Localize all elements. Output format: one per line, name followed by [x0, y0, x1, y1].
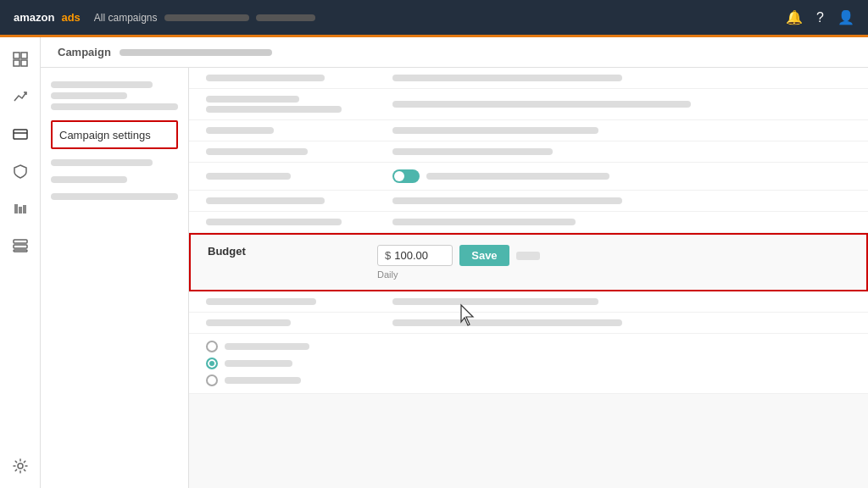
settings-row-4 [189, 141, 868, 163]
dollar-input-field[interactable]: $ 100.00 [377, 245, 453, 266]
radio-option-3[interactable] [206, 374, 301, 386]
settings-row-8 [189, 291, 868, 313]
radio-option-1[interactable] [206, 341, 309, 352]
sidebar-item-analytics[interactable] [8, 85, 32, 108]
sidebar-item-protection[interactable] [8, 159, 32, 183]
campaign-header-label: Campaign [58, 46, 111, 58]
skeleton-bar [206, 75, 325, 81]
svg-rect-2 [14, 60, 19, 66]
left-panel-item-1 [51, 81, 178, 110]
content-area: Campaign settings [41, 68, 868, 488]
svg-rect-0 [14, 53, 19, 58]
skeleton-bar [206, 298, 316, 305]
skeleton-bar [206, 96, 299, 103]
skeleton-bar [206, 173, 291, 180]
campaign-header: Campaign [41, 37, 868, 68]
nav-bar-2 [256, 14, 315, 21]
radio-circle-3 [206, 374, 218, 386]
skeleton-bar [206, 319, 291, 326]
skeleton-bar [225, 343, 309, 350]
cancel-button[interactable] [516, 252, 540, 260]
radio-circle-2 [206, 358, 218, 369]
sidebar [0, 37, 41, 488]
svg-rect-6 [14, 204, 18, 214]
nav-icons: 🔔 ? 👤 [786, 9, 854, 25]
skeleton-bar [206, 148, 308, 155]
sidebar-item-reports[interactable] [8, 197, 32, 220]
account-icon[interactable]: 👤 [837, 9, 854, 25]
skeleton-bar [392, 197, 622, 204]
skeleton-bar [51, 176, 127, 183]
radio-option-2[interactable] [206, 358, 292, 369]
left-panel-item-4 [51, 193, 178, 200]
skeleton-bar [51, 159, 153, 166]
skeleton-bar [51, 92, 127, 99]
skeleton-bar [426, 173, 609, 180]
svg-rect-11 [14, 250, 27, 252]
toggle-switch[interactable] [392, 169, 420, 183]
sidebar-item-settings[interactable] [8, 454, 32, 478]
skeleton-bar [206, 127, 274, 134]
settings-row-2 [189, 89, 868, 120]
skeleton-bar [51, 193, 178, 200]
skeleton-bar [51, 81, 153, 88]
skeleton-bar [225, 360, 292, 367]
help-icon[interactable]: ? [816, 10, 824, 25]
left-panel: Campaign settings [41, 68, 189, 488]
sidebar-item-budget[interactable] [8, 122, 32, 146]
settings-row-9 [189, 313, 868, 334]
budget-input-area: $ 100.00 Save Daily [377, 245, 540, 280]
top-nav: amazon ads All campaigns 🔔 ? 👤 [0, 0, 868, 37]
save-button[interactable]: Save [459, 245, 509, 266]
notification-icon[interactable]: 🔔 [786, 9, 803, 25]
skeleton-bar [392, 127, 598, 134]
settings-row-5 [189, 163, 868, 191]
skeleton-bar [392, 298, 598, 305]
svg-rect-1 [21, 53, 27, 58]
budget-label: Budget [208, 245, 377, 258]
sidebar-item-lists[interactable] [8, 234, 32, 258]
svg-rect-10 [14, 245, 27, 248]
skeleton-bar [392, 219, 576, 225]
skeleton-bar [392, 148, 553, 155]
skeleton-bar [206, 197, 325, 204]
dollar-sign: $ [385, 249, 391, 262]
skeleton-bar [392, 101, 691, 108]
logo-text: amazon [14, 11, 54, 24]
right-panel: Budget $ 100.00 Save [189, 68, 868, 488]
skeleton-bar [51, 103, 178, 110]
campaign-settings-label: Campaign settings [59, 129, 151, 141]
settings-row-6 [189, 191, 868, 212]
sidebar-item-grid[interactable] [8, 47, 32, 71]
budget-input-row: $ 100.00 Save [377, 245, 540, 266]
skeleton-bar [392, 75, 622, 81]
skeleton-bar [206, 106, 342, 113]
svg-rect-3 [21, 60, 27, 66]
svg-rect-4 [14, 130, 27, 139]
nav-label: All campaigns [94, 12, 158, 24]
radio-group-row [189, 334, 868, 394]
skeleton-bar [225, 377, 301, 384]
svg-point-12 [18, 463, 23, 469]
svg-rect-7 [19, 207, 22, 214]
nav-breadcrumb: All campaigns [94, 12, 772, 24]
nav-bar [164, 14, 249, 21]
main-layout: Campaign Campaign settings [0, 37, 868, 488]
main-content: Campaign Campaign settings [41, 37, 868, 488]
budget-row: Budget $ 100.00 Save [189, 233, 868, 291]
radio-circle-1 [206, 341, 218, 352]
svg-rect-8 [23, 205, 26, 214]
logo-ads: ads [61, 11, 80, 24]
settings-row-7 [189, 212, 868, 233]
left-panel-item-3 [51, 176, 178, 183]
logo-area: amazon ads [14, 11, 81, 24]
left-panel-item-2 [51, 159, 178, 166]
campaign-header-bar [120, 49, 272, 56]
daily-label: Daily [377, 269, 540, 280]
svg-rect-9 [14, 240, 27, 243]
skeleton-bar [392, 319, 622, 326]
settings-row-1 [189, 68, 868, 89]
campaign-settings-nav-item[interactable]: Campaign settings [51, 120, 178, 149]
skeleton-bar [206, 219, 342, 225]
budget-value: 100.00 [394, 249, 445, 262]
